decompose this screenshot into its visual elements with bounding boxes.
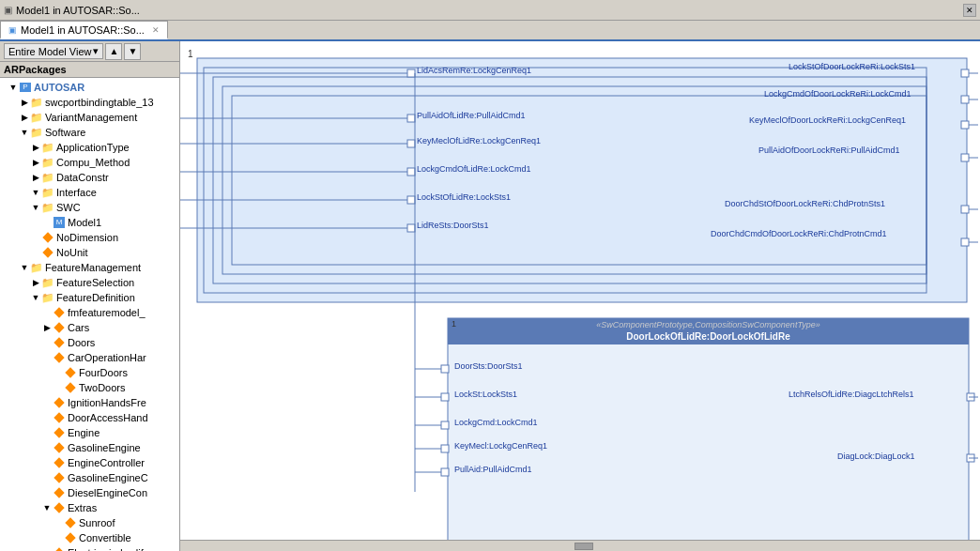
expand-icon: ▶ xyxy=(19,112,30,123)
svg-rect-19 xyxy=(441,365,449,373)
tree-label: Doors xyxy=(68,337,95,348)
tree-label: TwoDoors xyxy=(79,382,126,393)
tree-item-interface[interactable]: ▼ 📁 Interface xyxy=(0,185,179,200)
diamond-icon xyxy=(53,336,66,349)
svg-rect-23 xyxy=(441,468,449,476)
tree-item-model1[interactable]: M Model1 xyxy=(0,215,179,230)
tree-item-dieselenginecon[interactable]: DieselEngineCon xyxy=(0,485,179,500)
diamond-icon xyxy=(53,546,66,551)
nav-down-button[interactable]: ▼ xyxy=(124,43,141,60)
tree-item-ignitionhands[interactable]: IgnitionHandsFre xyxy=(0,395,179,410)
diamond-icon xyxy=(64,381,77,394)
scrollbar-thumb-h[interactable] xyxy=(574,543,593,550)
folder-icon: 📁 xyxy=(41,156,54,169)
port-label-doorchdcmd: DoorChdCmdOfDoorLockReRi:ChdProtnCmd1 xyxy=(711,229,887,238)
tree-label: CarOperationHar xyxy=(68,352,146,363)
expand-icon xyxy=(41,217,53,228)
tree-item-autosar[interactable]: ▼ P AUTOSAR xyxy=(0,80,179,95)
tree-item-fmfeaturemodel[interactable]: fmfeaturemodel_ xyxy=(0,305,179,320)
tree-item-doors[interactable]: Doors xyxy=(0,335,179,350)
tree-item-nodimension[interactable]: NoDimension xyxy=(0,230,179,245)
tree-item-software[interactable]: ▼ 📁 Software xyxy=(0,125,179,140)
tree-label: swcportbindingtable_13 xyxy=(45,97,154,108)
inner-port-pullaid: PullAid:PullAidCmd1 xyxy=(454,465,532,474)
tree-item-swcportbinding[interactable]: ▶ 📁 swcportbindingtable_13 xyxy=(0,95,179,110)
expand-icon xyxy=(41,442,53,453)
tree-item-convertible[interactable]: Convertible xyxy=(0,530,179,545)
tab-close-icon[interactable]: ✕ xyxy=(152,25,160,35)
expand-icon: ▼ xyxy=(41,502,53,513)
inner-port-keymecl: KeyMecl:LockgCenReq1 xyxy=(454,441,547,451)
expand-icon: ▼ xyxy=(30,187,41,198)
tree-item-applicationtype[interactable]: ▶ 📁 ApplicationType xyxy=(0,140,179,155)
svg-rect-13 xyxy=(961,121,969,129)
tree-item-caroperation[interactable]: CarOperationHar xyxy=(0,350,179,365)
expand-icon xyxy=(41,397,53,408)
tree-item-variantmanagement[interactable]: ▶ 📁 VariantManagement xyxy=(0,110,179,125)
tree-label: Sunroof xyxy=(79,517,115,528)
model-tab[interactable]: ▣ Model1 in AUTOSAR::So... ✕ xyxy=(0,21,168,39)
tree-item-fourdoors[interactable]: FourDoors xyxy=(0,365,179,380)
window-title: Model1 in AUTOSAR::So... xyxy=(16,5,140,16)
tree-item-dataconstr[interactable]: ▶ 📁 DataConstr xyxy=(0,170,179,185)
tree-label: GasolineEngine xyxy=(68,442,141,453)
folder-icon: 📁 xyxy=(41,201,54,214)
tree-label: EngineController xyxy=(68,457,145,468)
diamond-icon xyxy=(53,321,66,334)
tree-item-featuremanagement[interactable]: ▼ 📁 FeatureManagement xyxy=(0,260,179,275)
tree-item-enginecontroller[interactable]: EngineController xyxy=(0,455,179,470)
tree-label: Cars xyxy=(68,322,89,333)
tree-label: GasolineEngineC xyxy=(68,472,148,483)
tree-area[interactable]: ▼ P AUTOSAR ▶ 📁 swcportbindingtable_13 ▶… xyxy=(0,78,179,551)
tree-item-gasolineengine[interactable]: GasolineEngine xyxy=(0,440,179,455)
port-label-lidacsremre: LidAcsRemRe:LockgCenReq1 xyxy=(417,66,531,75)
tree-item-featuredefinition[interactable]: ▼ 📁 FeatureDefinition xyxy=(0,290,179,305)
tree-label: Compu_Method xyxy=(56,157,130,168)
svg-rect-16 xyxy=(961,238,969,246)
tree-item-dooraccesshand[interactable]: DoorAccessHand xyxy=(0,410,179,425)
arpackages-label: ARPackages xyxy=(0,62,179,78)
port-label-lockstdoor: LockStOfDoorLockReRi:LockSts1 xyxy=(789,62,915,71)
expand-icon: ▶ xyxy=(41,322,53,333)
tree-item-twodoors[interactable]: TwoDoors xyxy=(0,380,179,395)
expand-icon xyxy=(41,457,53,468)
folder-icon: 📁 xyxy=(30,126,43,139)
inner-comp-title: DoorLockOfLidRe:DoorLockOfLidRe xyxy=(448,331,969,342)
tree-item-nounit[interactable]: NoUnit xyxy=(0,245,179,260)
diamond-icon xyxy=(53,441,66,454)
tree-item-engine[interactable]: Engine xyxy=(0,425,179,440)
app-container: ▣ Model1 in AUTOSAR::So... ✕ ▣ Model1 in… xyxy=(0,0,980,551)
tree-item-cars[interactable]: ▶ Cars xyxy=(0,320,179,335)
svg-rect-21 xyxy=(441,421,449,429)
expand-icon: ▼ xyxy=(19,262,30,273)
port-label-lockgcmd: LockgCmdOfLidRe:LockCmd1 xyxy=(417,164,531,174)
diagram-area[interactable]: 1 xyxy=(180,41,980,551)
tree-item-gasolineenginec[interactable]: GasolineEngineC xyxy=(0,470,179,485)
expand-icon: ▶ xyxy=(19,97,30,108)
tree-label: DoorAccessHand xyxy=(68,412,148,423)
expand-icon: ▼ xyxy=(8,82,19,93)
port-label-pullaid: PullAidOfLidRe:PullAidCmd1 xyxy=(417,111,526,120)
svg-rect-20 xyxy=(441,393,449,401)
tree-label: NoDimension xyxy=(56,232,118,243)
horizontal-scrollbar[interactable] xyxy=(180,540,980,551)
nav-up-button[interactable]: ▲ xyxy=(105,43,122,60)
folder-icon: 📁 xyxy=(41,186,54,199)
tree-item-compumethod[interactable]: ▶ 📁 Compu_Method xyxy=(0,155,179,170)
expand-icon: ▼ xyxy=(19,127,30,138)
tree-item-electricwindow[interactable]: Electricwindowlif xyxy=(0,545,179,551)
window-close-button[interactable]: ✕ xyxy=(963,4,976,17)
tree-item-swc[interactable]: ▼ 📁 SWC xyxy=(0,200,179,215)
left-panel-header: Entire Model View ▾ ▲ ▼ xyxy=(0,41,179,62)
diamond-icon xyxy=(64,516,77,529)
tree-item-sunroof[interactable]: Sunroof xyxy=(0,515,179,530)
expand-icon xyxy=(41,337,53,348)
line-number-2: 1 xyxy=(452,319,456,329)
tree-label: Extras xyxy=(68,502,97,513)
tree-label: Convertible xyxy=(79,532,131,543)
tree-item-featureselection[interactable]: ▶ 📁 FeatureSelection xyxy=(0,275,179,290)
view-dropdown[interactable]: Entire Model View ▾ xyxy=(4,43,103,59)
model-icon: M xyxy=(53,216,66,229)
tree-item-extras[interactable]: ▼ Extras xyxy=(0,500,179,515)
diamond-icon xyxy=(64,531,77,544)
